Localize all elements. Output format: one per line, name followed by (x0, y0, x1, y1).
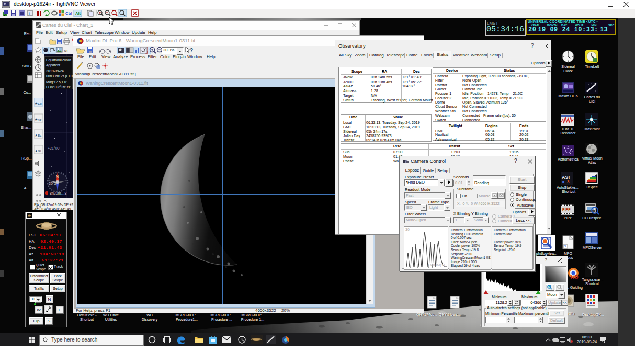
svg-text:PIPP: PIPP (562, 208, 571, 211)
svg-text:★Ec: ★Ec (35, 133, 41, 137)
svg-text:3: 3 (567, 179, 570, 184)
svg-text:★Gl: ★Gl (35, 149, 41, 153)
svg-text:?: ? (190, 48, 193, 53)
svg-text:Ctrl: Ctrl (65, 11, 72, 16)
svg-text:VI: VI (64, 49, 68, 53)
svg-text:Alt: Alt (75, 11, 81, 16)
svg-text:★Az: ★Az (35, 118, 41, 121)
svg-text:★Eq: ★Eq (35, 101, 42, 105)
svg-text:N: N (56, 175, 59, 178)
svg-text:i: i (29, 11, 30, 16)
